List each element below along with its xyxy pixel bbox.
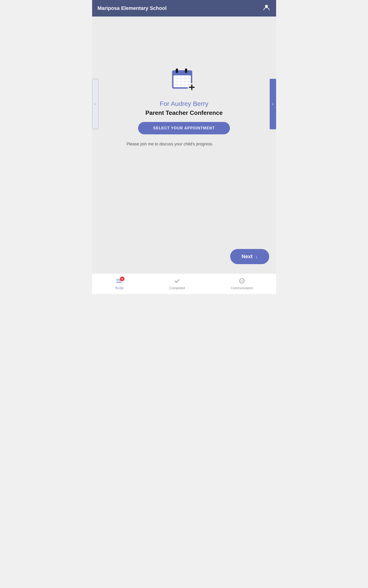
select-appointment-button[interactable]: SELECT YOUR APPOINTMENT: [138, 122, 230, 134]
chevron-right-icon: ›: [272, 101, 274, 106]
svg-point-24: [241, 280, 241, 281]
appointment-card: For Audrey Berry Parent Teacher Conferen…: [108, 57, 260, 156]
main-content: ‹: [92, 17, 276, 273]
svg-rect-17: [117, 279, 118, 280]
prev-nav-button[interactable]: ‹: [92, 79, 99, 129]
svg-point-26: [243, 280, 243, 281]
svg-rect-21: [117, 282, 118, 283]
communication-label: Communication: [231, 286, 253, 290]
next-label: Next: [242, 254, 253, 259]
calendar-add-icon: [170, 66, 198, 94]
event-title: Parent Teacher Conference: [145, 109, 223, 116]
bottom-navigation: 6 To-Do Completed Communication: [92, 273, 276, 294]
svg-rect-3: [172, 73, 192, 75]
svg-rect-19: [117, 280, 118, 281]
chat-icon: [239, 278, 245, 285]
svg-rect-22: [118, 282, 122, 283]
todo-icon-wrapper: 6: [116, 278, 122, 285]
todo-badge: 6: [120, 276, 125, 281]
svg-point-25: [242, 280, 242, 281]
svg-rect-12: [176, 68, 178, 73]
app-header: Mariposa Elementary School: [92, 0, 276, 17]
next-button[interactable]: Next ↓: [230, 249, 269, 264]
todo-tab[interactable]: 6 To-Do: [110, 276, 128, 292]
completed-label: Completed: [169, 286, 185, 290]
chevron-left-icon: ‹: [95, 101, 96, 106]
next-button-container: Next ↓: [92, 244, 276, 273]
completed-tab[interactable]: Completed: [165, 276, 190, 292]
event-description: Please join me to discuss your child's p…: [122, 142, 246, 147]
arrow-down-icon: ↓: [256, 254, 258, 259]
checkmark-icon: [174, 278, 180, 285]
card-container: ‹: [92, 17, 276, 191]
next-nav-button[interactable]: ›: [270, 79, 276, 129]
communication-tab[interactable]: Communication: [226, 276, 258, 292]
svg-rect-13: [185, 68, 187, 73]
user-avatar[interactable]: [262, 4, 271, 12]
student-name: For Audrey Berry: [160, 100, 208, 108]
app-title: Mariposa Elementary School: [98, 5, 167, 11]
svg-point-0: [265, 5, 268, 8]
todo-label: To-Do: [115, 286, 123, 290]
person-icon: [263, 4, 270, 13]
calendar-icon-container: [170, 66, 198, 95]
